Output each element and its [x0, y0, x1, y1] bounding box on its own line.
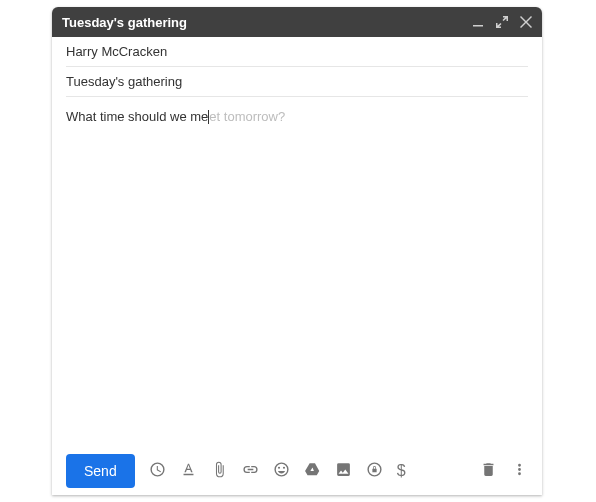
subject-field[interactable]: Tuesday's gathering	[66, 67, 528, 97]
schedule-icon[interactable]	[149, 461, 166, 482]
text-cursor	[208, 110, 209, 124]
minimize-icon[interactable]	[472, 16, 484, 28]
footer-right-icons	[480, 461, 528, 482]
message-body[interactable]: What time should we meet tomorrow?	[52, 97, 542, 447]
titlebar: Tuesday's gathering	[52, 7, 542, 37]
send-button[interactable]: Send	[66, 454, 135, 488]
expand-icon[interactable]	[496, 16, 508, 28]
svg-rect-0	[473, 25, 483, 27]
confidential-icon[interactable]	[366, 461, 383, 482]
drive-icon[interactable]	[304, 461, 321, 482]
money-icon[interactable]: $	[397, 462, 406, 480]
emoji-icon[interactable]	[273, 461, 290, 482]
delete-icon[interactable]	[480, 461, 497, 482]
subject-value: Tuesday's gathering	[66, 74, 182, 89]
to-field[interactable]: Harry McCracken	[66, 37, 528, 67]
attach-icon[interactable]	[211, 461, 228, 482]
compose-title: Tuesday's gathering	[62, 15, 472, 30]
more-options-icon[interactable]	[511, 461, 528, 482]
body-suggestion-text: et tomorrow?	[209, 109, 285, 124]
photo-icon[interactable]	[335, 461, 352, 482]
to-value: Harry McCracken	[66, 44, 167, 59]
toolbar-icons: $	[149, 461, 406, 482]
text-format-icon[interactable]	[180, 461, 197, 482]
link-icon[interactable]	[242, 461, 259, 482]
close-icon[interactable]	[520, 16, 532, 28]
titlebar-controls	[472, 16, 532, 28]
compose-window: Tuesday's gathering Harry McCracken Tues…	[52, 7, 542, 495]
header-fields: Harry McCracken Tuesday's gathering	[52, 37, 542, 97]
body-typed-text: What time should we me	[66, 109, 208, 124]
compose-footer: Send	[52, 447, 542, 495]
